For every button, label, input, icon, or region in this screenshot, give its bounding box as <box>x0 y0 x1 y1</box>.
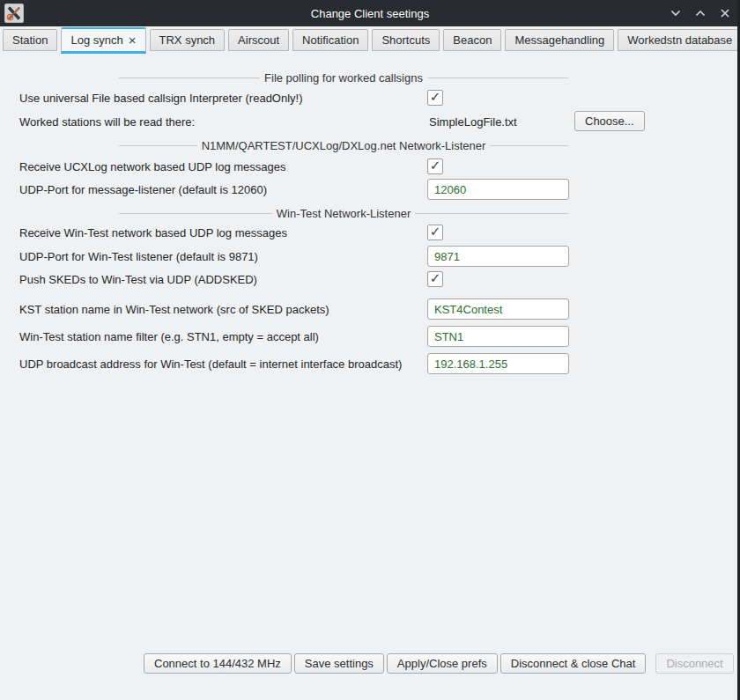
udp-port-wintest-input[interactable] <box>427 246 569 267</box>
close-window-button[interactable] <box>718 6 732 20</box>
divider-line <box>119 77 260 78</box>
divider-line <box>490 145 568 146</box>
setting-label: Use universal File based callsign Interp… <box>19 92 303 105</box>
setting-row: Push SKEDs to Win-Test via UDP (ADDSKED) <box>0 270 740 288</box>
group-title: N1MM/QARTEST/UCXLog/DXLog.net Network-Li… <box>202 139 486 152</box>
window-controls <box>669 0 732 26</box>
universal-interpreter-checkbox[interactable] <box>427 90 443 106</box>
group-header-wintest-listener: Win-Test Network-Listener <box>119 207 568 219</box>
group-header-file-polling: File polling for worked callsigns <box>119 71 568 84</box>
setting-row: Worked stations will be read there: Simp… <box>0 111 740 132</box>
worked-stations-file-value: SimpleLogFile.txt <box>429 115 517 129</box>
tab-trx-synch[interactable]: TRX synch <box>150 29 226 51</box>
disconnect-close-chat-button[interactable]: Disconnect & close Chat <box>500 653 647 674</box>
setting-label: UDP broadcast address for Win-Test (defa… <box>19 357 402 371</box>
setting-label: Worked stations will be read there: <box>19 115 195 129</box>
settings-dialog: Change Client seetings Station Log synch… <box>0 0 740 700</box>
tab-workedstn-database[interactable]: Workedstn database <box>618 29 740 51</box>
tab-label: Log synch <box>70 33 122 47</box>
push-skeds-checkbox[interactable] <box>427 271 443 287</box>
setting-label: UDP-Port for message-listener (default i… <box>19 183 267 196</box>
setting-row: UDP broadcast address for Win-Test (defa… <box>0 353 740 374</box>
setting-row: Receive Win-Test network based UDP log m… <box>0 224 740 241</box>
setting-label: Receive Win-Test network based UDP log m… <box>19 226 287 239</box>
setting-row: Receive UCXLog network based UDP log mes… <box>0 158 740 175</box>
receive-wintest-checkbox[interactable] <box>427 225 443 240</box>
divider-line <box>119 213 272 214</box>
group-title: File polling for worked callsigns <box>264 71 423 85</box>
close-icon <box>719 7 731 19</box>
tab-log-synch[interactable]: Log synch × <box>61 27 145 54</box>
setting-label: UDP-Port for Win-Test listener (default … <box>19 250 258 263</box>
setting-label: Receive UCXLog network based UDP log mes… <box>19 160 286 173</box>
save-settings-button[interactable]: Save settings <box>294 653 384 674</box>
receive-ucxlog-checkbox[interactable] <box>427 158 443 174</box>
tab-shortcuts[interactable]: Shortcuts <box>372 29 440 51</box>
setting-label: Win-Test station name filter (e.g. STN1,… <box>19 330 319 343</box>
shade-window-button[interactable] <box>669 6 683 20</box>
maximize-window-button[interactable] <box>693 6 707 20</box>
setting-row: UDP-Port for Win-Test listener (default … <box>0 246 740 267</box>
apply-close-prefs-button[interactable]: Apply/Close prefs <box>387 653 498 674</box>
setting-label: KST station name in Win-Test network (sr… <box>19 303 329 316</box>
window-title: Change Client seetings <box>0 7 740 20</box>
titlebar: Change Client seetings <box>0 0 740 26</box>
connect-button[interactable]: Connect to 144/432 MHz <box>144 653 292 674</box>
setting-row: Use universal File based callsign Interp… <box>0 89 740 107</box>
tab-airscout[interactable]: Airscout <box>228 29 289 51</box>
tab-messagehandling[interactable]: Messagehandling <box>505 29 614 51</box>
udp-port-message-listener-input[interactable] <box>427 179 569 200</box>
kst-station-name-input[interactable] <box>427 298 569 320</box>
setting-row: Win-Test station name filter (e.g. STN1,… <box>0 326 740 347</box>
tab-station[interactable]: Station <box>3 29 57 51</box>
chevron-down-icon <box>670 7 682 19</box>
choose-file-button[interactable]: Choose... <box>574 111 645 131</box>
tab-notification[interactable]: Notification <box>292 29 368 51</box>
setting-label: Push SKEDs to Win-Test via UDP (ADDSKED) <box>19 273 257 286</box>
group-title: Win-Test Network-Listener <box>277 207 411 220</box>
disconnect-button[interactable]: Disconnect <box>655 653 733 674</box>
chevron-up-icon <box>694 7 707 19</box>
setting-row: KST station name in Win-Test network (sr… <box>0 298 740 320</box>
divider-line <box>415 213 568 214</box>
tab-bar: Station Log synch × TRX synch Airscout N… <box>0 26 740 55</box>
udp-broadcast-address-input[interactable] <box>427 353 569 374</box>
setting-row: UDP-Port for message-listener (default i… <box>0 179 740 200</box>
footer-buttons: Connect to 144/432 MHz Save settings App… <box>144 653 734 674</box>
wintest-station-filter-input[interactable] <box>427 326 569 347</box>
group-header-n1mm-listener: N1MM/QARTEST/UCXLog/DXLog.net Network-Li… <box>119 139 568 151</box>
tab-beacon[interactable]: Beacon <box>443 29 501 51</box>
divider-line <box>119 145 197 146</box>
divider-line <box>427 77 568 78</box>
close-tab-icon[interactable]: × <box>129 33 137 47</box>
